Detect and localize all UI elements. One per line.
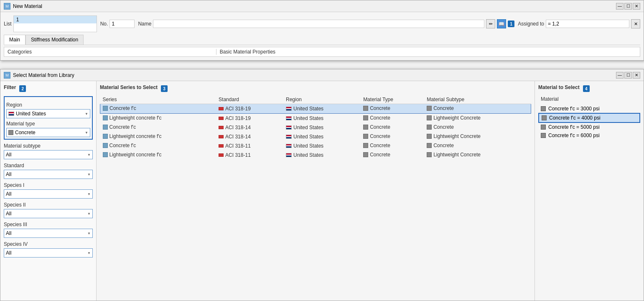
material-panel: Material to Select 4 Material Concrete f… — [535, 81, 644, 301]
region-row-flag-icon — [286, 107, 292, 111]
material-subtype-cell: Lightweight Concrete — [424, 114, 531, 123]
sel-minimize-button[interactable]: — — [616, 72, 624, 79]
edit-icon-button[interactable]: ✏ — [486, 19, 495, 28]
material-subtype-cell: Lightweight Concrete — [424, 132, 531, 141]
series-table-row[interactable]: Lightweight concrete f'c ACI 318-11 Unit… — [100, 150, 531, 160]
new-material-content: List 1 No. Name ✏ 📖 1 Assigned to — [0, 12, 644, 60]
material-badge: 4 — [583, 85, 590, 92]
mat-item-label: Concrete f'c = 4000 psi — [549, 115, 601, 121]
maximize-button[interactable]: ☐ — [624, 3, 632, 10]
series-row-icon — [103, 143, 108, 148]
select-material-controls: — ☐ ✕ — [616, 72, 640, 79]
mat-item-label: Concrete f'c = 5000 psi — [548, 124, 600, 130]
standard-row-icon — [219, 107, 224, 110]
material-list-item[interactable]: Concrete f'c = 5000 psi — [538, 123, 640, 131]
series-table-row[interactable]: Concrete f'c ACI 318-14 United States Co… — [100, 123, 531, 132]
series-badge: 3 — [161, 85, 168, 92]
material-subtype-row-icon — [427, 134, 432, 139]
no-label: No. — [100, 21, 108, 27]
list-label: List — [4, 21, 12, 27]
no-input[interactable] — [109, 20, 135, 28]
list-box[interactable]: 1 — [13, 15, 97, 32]
sel-close-button[interactable]: ✕ — [633, 72, 640, 79]
material-panel-title: Material to Select — [538, 84, 580, 90]
select-material-window: M Select Material from Library — ☐ ✕ Fil… — [0, 69, 644, 301]
mat-square-icon — [541, 106, 546, 111]
material-type-row-icon — [363, 106, 368, 111]
species1-chevron-icon: ▼ — [87, 192, 91, 196]
assigned-group: Assigned to ✕ — [518, 19, 640, 28]
species2-chevron-icon: ▼ — [87, 212, 91, 216]
name-group: Name ✏ 📖 1 — [138, 19, 514, 28]
standard-chevron-icon: ▼ — [87, 173, 91, 176]
species2-value: All — [6, 211, 11, 217]
material-type-row-icon — [363, 143, 368, 148]
series-row-icon — [103, 152, 108, 157]
series-cell: Lightweight concrete f'c — [100, 150, 216, 160]
material-type-row-icon — [363, 152, 368, 157]
material-list-item[interactable]: Concrete f'c = 3000 psi — [538, 105, 640, 113]
new-material-controls: — ☐ ✕ — [616, 3, 640, 10]
series-table-row[interactable]: Concrete f'c ACI 318-11 United States Co… — [100, 141, 531, 150]
series-row-icon — [103, 115, 108, 120]
region-col-header: Region — [283, 95, 361, 104]
region-chevron-icon: ▼ — [85, 112, 88, 116]
material-type-cell: Concrete — [361, 141, 424, 150]
basic-props-label: Basic Material Properties — [220, 49, 275, 55]
categories-section: Categories — [8, 49, 216, 55]
categories-label: Categories — [8, 49, 32, 55]
series-cell: Concrete f'c — [100, 141, 216, 150]
select-material-titlebar: M Select Material from Library — ☐ ✕ — [0, 69, 644, 81]
sel-maximize-button[interactable]: ☐ — [624, 72, 632, 79]
region-value: United States — [16, 111, 46, 117]
mat-square-icon — [541, 133, 546, 138]
material-type-chevron-icon: ▼ — [85, 131, 88, 135]
basic-props-section: Basic Material Properties — [216, 49, 636, 55]
assigned-input[interactable] — [546, 20, 629, 28]
series-row-icon — [103, 134, 108, 139]
material-list: Concrete f'c = 3000 psi Concrete f'c = 4… — [538, 105, 640, 140]
standard-row-icon — [219, 144, 224, 148]
material-subtype-col-header: Material Subtype — [424, 95, 531, 104]
species3-dropdown[interactable]: All ▼ — [4, 229, 93, 238]
material-subtype-row-icon — [427, 152, 432, 157]
species2-dropdown[interactable]: All ▼ — [4, 209, 93, 218]
library-icon-button[interactable]: 📖 — [497, 19, 506, 28]
species4-dropdown[interactable]: All ▼ — [4, 248, 93, 258]
standard-cell: ACI 318-14 — [216, 123, 283, 132]
material-list-item[interactable]: Concrete f'c = 6000 psi — [538, 131, 640, 140]
assigned-clear-button[interactable]: ✕ — [631, 19, 640, 28]
filter-panel: Filter 2 Region United States ▼ Material… — [0, 81, 97, 301]
region-dropdown[interactable]: United States ▼ — [6, 109, 90, 118]
standard-row-icon — [219, 153, 224, 157]
series-panel-title: Material Series to Select — [100, 84, 158, 90]
region-cell: United States — [283, 104, 361, 114]
series-cell: Lightweight concrete f'c — [100, 114, 216, 123]
material-type-row-icon — [363, 125, 368, 130]
tab-main[interactable]: Main — [4, 35, 25, 45]
new-material-titlebar: M New Material — ☐ ✕ — [0, 0, 644, 12]
name-input[interactable] — [153, 20, 484, 28]
close-button[interactable]: ✕ — [633, 3, 640, 10]
categories-row: Categories Basic Material Properties — [4, 47, 640, 57]
tab-stiffness[interactable]: Stiffness Modification — [25, 35, 84, 45]
series-table-row[interactable]: Concrete f'c ACI 318-19 United States Co… — [100, 104, 531, 114]
region-label: Region — [6, 102, 90, 108]
name-label: Name — [138, 21, 151, 27]
species1-value: All — [6, 191, 11, 197]
material-type-cell: Concrete — [361, 132, 424, 141]
list-item[interactable]: 1 — [14, 16, 97, 23]
subtype-chevron-icon: ▼ — [87, 153, 91, 157]
minimize-button[interactable]: — — [616, 3, 624, 10]
material-subtype-dropdown[interactable]: All ▼ — [4, 150, 93, 159]
material-type-dropdown[interactable]: Concrete ▼ — [6, 128, 90, 137]
standard-dropdown[interactable]: All ▼ — [4, 170, 93, 179]
series-table-row[interactable]: Lightweight concrete f'c ACI 318-19 Unit… — [100, 114, 531, 123]
material-list-item[interactable]: Concrete f'c = 4000 psi — [538, 113, 640, 123]
material-subtype-label: Material subtype — [4, 143, 93, 149]
select-material-icon: M — [4, 72, 10, 79]
series-table-row[interactable]: Lightweight concrete f'c ACI 318-14 Unit… — [100, 132, 531, 141]
species1-dropdown[interactable]: All ▼ — [4, 189, 93, 199]
species3-label: Species III — [4, 222, 93, 227]
standard-row-icon — [219, 135, 224, 138]
